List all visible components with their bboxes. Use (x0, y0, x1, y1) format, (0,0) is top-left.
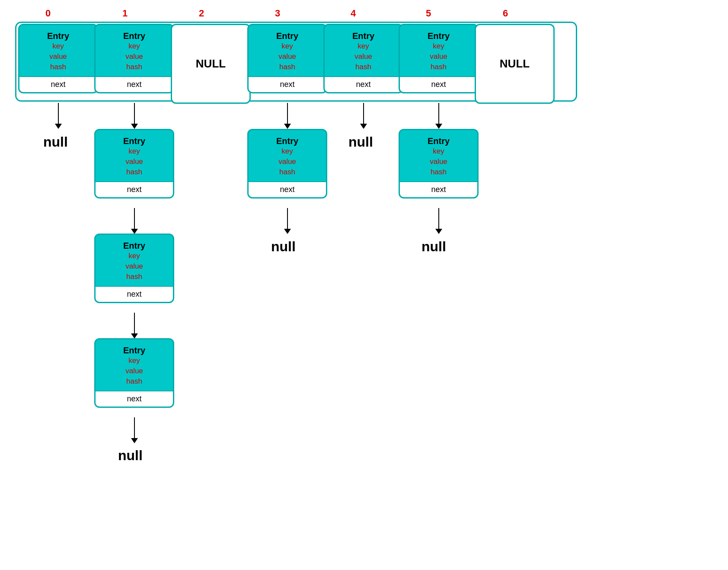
array-null-6: NULL (475, 24, 555, 104)
entry-next-3-1: next (96, 391, 173, 407)
entry-title-0-0: Entry (23, 31, 93, 41)
entry-next-0-3: next (249, 76, 326, 92)
entry-key-0-4: key (328, 41, 399, 51)
entry-title-1-3: Entry (252, 136, 322, 146)
arrow-0-down (55, 103, 62, 129)
index-1: 1 (122, 8, 128, 19)
entry-hash-0-1: hash (99, 62, 169, 72)
entry-hash-0-0: hash (23, 62, 93, 72)
entry-title-0-5: Entry (403, 31, 474, 41)
entry-value-3-1: value (99, 366, 169, 376)
arrow-4-down (360, 103, 367, 129)
entry-next-1-1: next (96, 181, 173, 197)
entry-5-1: Entry key value hash next (399, 129, 479, 199)
entry-value-0-3: value (252, 51, 322, 62)
entry-title-0-1: Entry (99, 31, 169, 41)
null-label-0: null (43, 134, 68, 150)
entry-hash-1-5: hash (403, 167, 474, 177)
entry-next-1-5: next (400, 181, 477, 197)
array-entry-0: Entry key value hash next (18, 24, 98, 93)
index-5: 5 (426, 8, 431, 19)
arrow-3-down (284, 103, 291, 129)
null-box-label-2: NULL (196, 57, 226, 70)
entry-key-1-1: key (99, 146, 169, 157)
null-label-3: null (271, 239, 296, 255)
arrow-1-2-down (131, 313, 138, 339)
entry-title-0-3: Entry (252, 31, 322, 41)
entry-1-1: Entry key value hash next (94, 129, 174, 199)
index-6: 6 (503, 8, 508, 19)
entry-value-0-0: value (23, 51, 93, 62)
null-label-5: null (421, 239, 446, 255)
arrow-1-3-down (131, 417, 138, 443)
entry-1-2: Entry key value hash next (94, 234, 174, 303)
entry-key-2-1: key (99, 251, 169, 261)
entry-hash-3-1: hash (99, 376, 169, 387)
entry-next-0-4: next (325, 76, 402, 92)
array-entry-3: Entry key value hash next (247, 24, 327, 93)
array-entry-1: Entry key value hash next (94, 24, 174, 93)
entry-1-3: Entry key value hash next (94, 338, 174, 408)
entry-value-1-1: value (99, 157, 169, 167)
entry-title-1-5: Entry (403, 136, 474, 146)
entry-next-0-0: next (19, 76, 97, 92)
entry-3-1: Entry key value hash next (247, 129, 327, 199)
array-entry-4: Entry key value hash next (323, 24, 403, 93)
arrow-3-1-down (284, 208, 291, 234)
entry-key-0-5: key (403, 41, 474, 51)
entry-next-0-5: next (400, 76, 477, 92)
entry-hash-2-1: hash (99, 272, 169, 282)
entry-next-0-1: next (96, 76, 173, 92)
index-0: 0 (45, 8, 51, 19)
array-null-2: NULL (171, 24, 251, 104)
entry-value-0-1: value (99, 51, 169, 62)
arrow-1-1-down (131, 208, 138, 234)
entry-value-1-3: value (252, 157, 322, 167)
index-4: 4 (351, 8, 356, 19)
null-label-1-3: null (118, 448, 143, 464)
null-box-label-6: NULL (500, 57, 530, 70)
entry-key-0-3: key (252, 41, 322, 51)
null-label-4: null (348, 134, 373, 150)
entry-title-2-1: Entry (99, 241, 169, 251)
entry-hash-1-1: hash (99, 167, 169, 177)
entry-key-0-0: key (23, 41, 93, 51)
entry-title-3-1: Entry (99, 346, 169, 355)
entry-value-0-4: value (328, 51, 399, 62)
index-3: 3 (275, 8, 280, 19)
entry-key-1-3: key (252, 146, 322, 157)
entry-value-1-5: value (403, 157, 474, 167)
entry-hash-0-3: hash (252, 62, 322, 72)
arrow-5-down (435, 103, 442, 129)
entry-value-0-5: value (403, 51, 474, 62)
index-2: 2 (199, 8, 204, 19)
entry-title-0-4: Entry (328, 31, 399, 41)
entry-key-0-1: key (99, 41, 169, 51)
arrow-5-1-down (435, 208, 442, 234)
entry-next-1-3: next (249, 181, 326, 197)
array-entry-5: Entry key value hash next (399, 24, 479, 93)
entry-key-3-1: key (99, 355, 169, 366)
entry-title-1-1: Entry (99, 136, 169, 146)
entry-value-2-1: value (99, 261, 169, 272)
arrow-1-down (131, 103, 138, 129)
entry-hash-0-4: hash (328, 62, 399, 72)
entry-hash-1-3: hash (252, 167, 322, 177)
entry-next-2-1: next (96, 286, 173, 302)
entry-key-1-5: key (403, 146, 474, 157)
entry-hash-0-5: hash (403, 62, 474, 72)
